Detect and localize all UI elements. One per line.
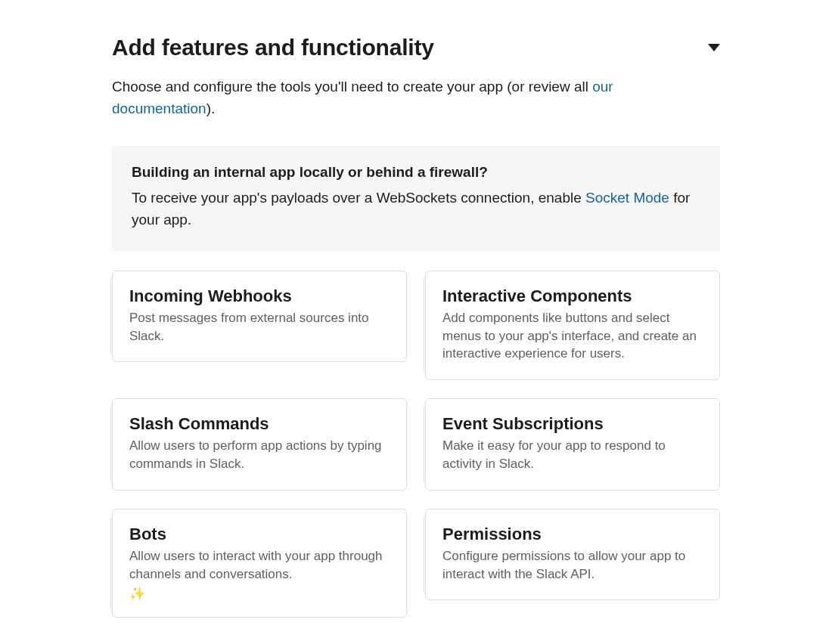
card-desc: Allow users to perform app actions by ty… [129, 437, 390, 473]
card-title: Bots [129, 525, 390, 544]
callout-body-prefix: To receive your app's payloads over a We… [132, 190, 585, 206]
callout-title: Building an internal app locally or behi… [132, 164, 700, 181]
card-desc: Post messages from external sources into… [129, 309, 390, 345]
card-bots[interactable]: Bots Allow users to interact with your a… [112, 509, 407, 618]
card-title: Incoming Webhooks [129, 286, 390, 306]
sparkle-icon: ✨ [129, 587, 390, 600]
card-desc: Add components like buttons and select m… [442, 309, 703, 363]
card-desc: Configure permissions to allow your app … [442, 547, 703, 584]
card-interactive-components[interactable]: Interactive Components Add components li… [425, 271, 720, 380]
card-event-subscriptions[interactable]: Event Subscriptions Make it easy for you… [425, 398, 720, 491]
section-lead: Choose and configure the tools you'll ne… [112, 76, 720, 120]
feature-cards-grid: Incoming Webhooks Post messages from ext… [112, 271, 720, 618]
card-incoming-webhooks[interactable]: Incoming Webhooks Post messages from ext… [112, 271, 407, 363]
card-permissions[interactable]: Permissions Configure permissions to all… [425, 509, 720, 601]
callout-body: To receive your app's payloads over a We… [132, 187, 700, 231]
features-panel: Add features and functionality Choose an… [0, 0, 832, 644]
card-desc: Allow users to interact with your app th… [129, 547, 390, 584]
socket-mode-link[interactable]: Socket Mode [585, 190, 669, 206]
lead-text-suffix: ). [206, 101, 216, 116]
collapse-caret-icon[interactable] [708, 44, 720, 51]
card-title: Permissions [442, 525, 703, 544]
lead-text-prefix: Choose and configure the tools you'll ne… [112, 79, 592, 94]
card-desc: Make it easy for your app to respond to … [442, 437, 703, 473]
card-title: Slash Commands [129, 414, 390, 434]
section-header[interactable]: Add features and functionality [112, 35, 720, 60]
socket-mode-callout: Building an internal app locally or behi… [112, 146, 720, 251]
card-title: Event Subscriptions [442, 414, 703, 434]
card-slash-commands[interactable]: Slash Commands Allow users to perform ap… [112, 398, 407, 491]
section-title: Add features and functionality [112, 35, 434, 60]
card-title: Interactive Components [442, 286, 703, 306]
